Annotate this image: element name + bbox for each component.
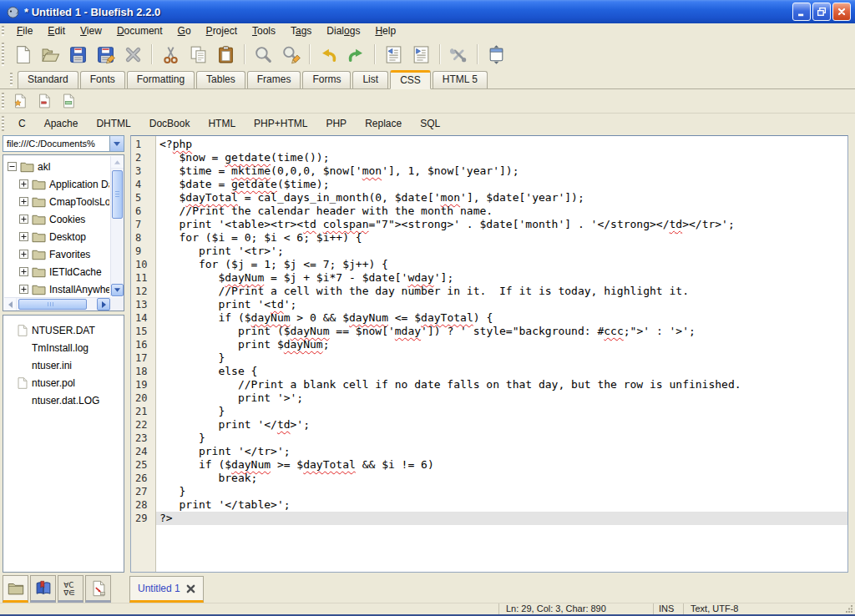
menu-edit[interactable]: Edit	[40, 23, 73, 38]
tag-menu-dhtml[interactable]: DHTML	[87, 114, 139, 134]
tab-html-5[interactable]: HTML 5	[433, 71, 488, 88]
document-tab-untitled-1[interactable]: Untitled 1	[129, 576, 204, 603]
save-as-button[interactable]	[92, 41, 119, 68]
tag-menu-php[interactable]: PHP	[316, 114, 356, 134]
tab-formatting[interactable]: Formatting	[127, 71, 195, 88]
tree-item-desktop[interactable]: Desktop	[4, 228, 109, 245]
code-text-area[interactable]: <?php $now = getdate(time()); $time = mk…	[156, 136, 847, 572]
open-folder-button[interactable]	[37, 41, 64, 68]
horizontal-scroll-thumb[interactable]	[18, 299, 87, 310]
find-button[interactable]	[250, 41, 277, 68]
combobox-dropdown-button[interactable]	[109, 136, 124, 151]
copy-button[interactable]	[185, 41, 212, 68]
new-stylesheet-button[interactable]	[9, 91, 31, 111]
toolbar-grip[interactable]	[10, 73, 13, 86]
menu-go[interactable]: Go	[170, 23, 199, 38]
menu-dialogs[interactable]: Dialogs	[319, 23, 367, 38]
style-tag-button[interactable]	[33, 91, 55, 111]
line-number: 3	[135, 164, 155, 178]
tab-standard[interactable]: Standard	[18, 71, 78, 88]
tag-menu-c[interactable]: C	[9, 114, 35, 134]
expand-icon[interactable]	[19, 215, 28, 224]
bluefish-window: * Untitled 1 - Bluefish 2.2.0 FileEditVi…	[0, 0, 855, 616]
new-document-button[interactable]	[9, 41, 37, 68]
tree-item-ietldcache[interactable]: IETldCache	[4, 263, 109, 280]
redo-button[interactable]	[342, 41, 370, 68]
tag-menu-docbook[interactable]: DocBook	[140, 114, 200, 134]
tree-horizontal-scrollbar[interactable]	[4, 297, 110, 311]
file-item-ntuser.dat.log[interactable]: ntuser.dat.LOG	[3, 391, 124, 409]
expand-icon[interactable]	[19, 232, 28, 241]
tag-menu-php-plus-html[interactable]: PHP+HTML	[245, 114, 316, 134]
scroll-down-button[interactable]	[111, 284, 124, 296]
scroll-right-button[interactable]	[97, 298, 110, 311]
tab-forms[interactable]: Forms	[302, 71, 351, 88]
undo-button[interactable]	[315, 41, 342, 68]
toolbar-grip[interactable]	[2, 116, 4, 130]
save-button[interactable]	[64, 41, 92, 68]
sidebar-tab-bookmarks[interactable]	[30, 575, 56, 603]
tree-item-akl[interactable]: akl	[4, 158, 109, 175]
sidebar-tab-snippets[interactable]	[85, 575, 111, 603]
expand-icon[interactable]	[19, 285, 28, 294]
resize-grip[interactable]	[843, 603, 855, 614]
scroll-up-button[interactable]	[111, 156, 124, 169]
menu-file[interactable]: File	[9, 23, 40, 38]
view-in-browser-button[interactable]	[483, 41, 510, 68]
find-replace-button[interactable]	[277, 41, 305, 68]
tree-vertical-scrollbar[interactable]	[110, 156, 124, 296]
tree-item-application-data[interactable]: Application Data	[4, 175, 109, 193]
paste-button[interactable]	[212, 41, 240, 68]
expand-icon[interactable]	[19, 197, 28, 206]
close-button[interactable]	[832, 3, 851, 21]
restore-button[interactable]	[812, 3, 831, 21]
expand-icon[interactable]	[19, 250, 28, 259]
menu-tags[interactable]: Tags	[283, 23, 319, 38]
toolbar-grip[interactable]	[2, 26, 4, 37]
toolbar-grip[interactable]	[2, 93, 4, 109]
tree-item-label: akl	[38, 161, 50, 173]
tag-menu-apache[interactable]: Apache	[35, 114, 88, 134]
scroll-left-button[interactable]	[4, 298, 17, 311]
preferences-button[interactable]	[445, 41, 473, 68]
tab-tables[interactable]: Tables	[196, 71, 245, 88]
close-tab-icon[interactable]	[186, 584, 195, 593]
toolbar-grip[interactable]	[2, 43, 4, 65]
bluefish-app-icon	[6, 5, 20, 19]
tree-item-cmaptoolslogs[interactable]: CmapToolsLogs	[4, 193, 109, 210]
close-document-button[interactable]	[119, 41, 147, 68]
expand-icon[interactable]	[19, 267, 28, 276]
cut-button[interactable]	[157, 41, 185, 68]
tag-menu-replace[interactable]: Replace	[356, 114, 411, 134]
vertical-scroll-thumb[interactable]	[112, 170, 123, 219]
document-tab-label: Untitled 1	[138, 583, 180, 594]
file-item-ntuser.dat[interactable]: NTUSER.DAT	[3, 321, 124, 339]
menu-project[interactable]: Project	[199, 23, 245, 38]
tree-item-installanywhere[interactable]: InstallAnywhere	[4, 280, 109, 296]
tag-menu-sql[interactable]: SQL	[411, 114, 449, 134]
tag-menu-html[interactable]: HTML	[199, 114, 245, 134]
indent-button[interactable]	[407, 41, 435, 68]
menu-document[interactable]: Document	[109, 23, 170, 38]
minimize-button[interactable]	[792, 3, 811, 21]
collapse-icon[interactable]	[8, 162, 17, 171]
sidebar-tab-character-map[interactable]: ∀C∇∈	[58, 575, 83, 603]
expand-icon[interactable]	[19, 179, 28, 189]
div-tag-button[interactable]	[58, 91, 79, 111]
unindent-button[interactable]	[380, 41, 407, 68]
menu-view[interactable]: View	[73, 23, 109, 38]
file-item-ntuser.pol[interactable]: ntuser.pol	[3, 374, 124, 391]
sidebar-tab-file-browser[interactable]	[3, 575, 28, 603]
tab-css[interactable]: CSS	[390, 70, 431, 89]
tab-frames[interactable]: Frames	[247, 71, 301, 88]
tree-item-cookies[interactable]: Cookies	[4, 210, 109, 228]
tab-fonts[interactable]: Fonts	[80, 71, 125, 88]
file-item-ntuser.ini[interactable]: ntuser.ini	[3, 356, 124, 374]
file-item-tminstall.log[interactable]: TmInstall.log	[3, 339, 124, 356]
code-editor[interactable]: 1234567891011121314151617181920212223242…	[130, 135, 848, 573]
menu-help[interactable]: Help	[367, 23, 403, 38]
location-combobox[interactable]: file:///C:/Documents%	[3, 135, 124, 152]
tab-list[interactable]: List	[352, 71, 388, 88]
menu-tools[interactable]: Tools	[245, 23, 283, 38]
tree-item-favorites[interactable]: Favorites	[4, 245, 109, 263]
